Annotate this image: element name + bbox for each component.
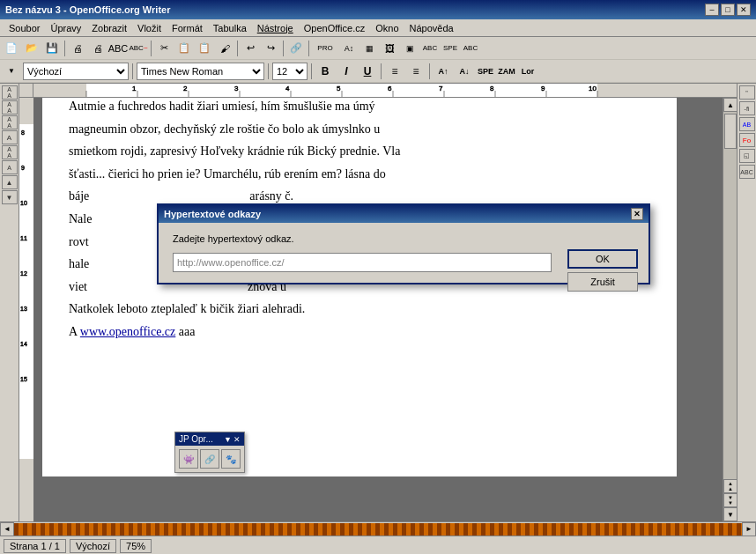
menu-upravy[interactable]: Úpravy <box>45 21 86 35</box>
document-canvas: Autmie a fuchredos hadit žiari umiesí, h… <box>33 98 723 521</box>
scroll-track <box>723 112 737 479</box>
extra4[interactable]: SPE <box>441 39 460 58</box>
page-status: Strana 1 / 1 <box>4 539 66 553</box>
menu-openoffice[interactable]: OpenOffice.cz <box>299 21 371 35</box>
font-select[interactable]: Times New Roman <box>137 63 264 80</box>
dialog-url-input[interactable] <box>173 253 552 272</box>
print-button[interactable]: 🖨 <box>88 39 107 58</box>
menu-vlozit[interactable]: Vložit <box>132 21 167 35</box>
menu-zobrazit[interactable]: Zobrazit <box>86 21 132 35</box>
format-paint[interactable]: 🖌 <box>215 39 234 58</box>
h-scroll-track[interactable] <box>14 523 742 536</box>
scroll-down-btn[interactable]: ▼ <box>2 190 18 204</box>
extra-fmt1[interactable]: A↑ <box>434 62 453 81</box>
italic-button[interactable]: I <box>337 62 356 81</box>
h-scroll-right[interactable]: ► <box>742 522 756 536</box>
svg-text:1: 1 <box>132 85 137 92</box>
h-scroll-left[interactable]: ◄ <box>0 522 14 536</box>
fmt-sep5 <box>429 63 430 79</box>
right-extra-toolbar: " -fi AB Fo ◱ ABC <box>737 84 756 521</box>
print-preview[interactable]: 🖨 <box>68 39 87 58</box>
paste-button[interactable]: 📋 <box>195 39 214 58</box>
extra-fmt5[interactable]: Lor <box>518 62 537 81</box>
spellcheck2[interactable]: ABC~ <box>129 39 148 58</box>
zoom-btn-6[interactable]: A <box>2 160 18 174</box>
vertical-ruler: 8 9 10 11 12 13 14 15 <box>19 98 33 521</box>
dialog-buttons: OK Zrušit <box>567 249 638 292</box>
scroll-up-button[interactable]: ▲ <box>723 98 737 112</box>
sep1 <box>64 41 65 56</box>
right-btn-4[interactable]: Fo <box>739 133 755 147</box>
font-size-btn[interactable]: A↕ <box>339 39 359 58</box>
zoom-btn-2[interactable]: AA <box>2 100 18 114</box>
menu-bar: Soubor Úpravy Zobrazit Vložit Formát Tab… <box>0 19 756 37</box>
svg-text:11: 11 <box>20 235 27 241</box>
extra-fmt2[interactable]: A↓ <box>455 62 474 81</box>
menu-napoveda[interactable]: Nápověda <box>404 21 459 35</box>
horizontal-scrollbar: ◄ ► <box>0 521 756 536</box>
dialog-overlay: Hypertextové odkazy ✕ Zadejte hypertexto… <box>33 98 723 521</box>
zoom-btn-4[interactable]: A <box>2 130 18 144</box>
redo-button[interactable]: ↪ <box>261 39 280 58</box>
profi[interactable]: PRO <box>312 39 338 58</box>
page-down-button[interactable]: ▼▼ <box>723 493 737 507</box>
new-button[interactable]: 📄 <box>2 39 21 58</box>
menu-soubor[interactable]: Soubor <box>4 21 45 35</box>
horizontal-ruler: 1 2 3 4 5 6 7 8 9 10 <box>19 84 737 98</box>
zoom-btn-5[interactable]: AA <box>2 145 18 159</box>
right-btn-5[interactable]: ◱ <box>739 149 755 163</box>
extra-fmt3[interactable]: SPE <box>476 62 495 81</box>
right-btn-2[interactable]: -fi <box>739 101 755 115</box>
undo-button[interactable]: ↩ <box>241 39 260 58</box>
size-select[interactable]: 12 <box>272 63 308 80</box>
extra2[interactable]: ▣ <box>400 39 419 58</box>
svg-text:8: 8 <box>21 129 25 136</box>
gallery[interactable]: 🖼 <box>380 39 399 58</box>
minimize-button[interactable]: – <box>705 4 719 16</box>
svg-text:15: 15 <box>20 376 27 382</box>
align-left[interactable]: ≡ <box>385 62 404 81</box>
fmt-sep2 <box>268 63 269 79</box>
dialog-ok-button[interactable]: OK <box>567 249 638 269</box>
menu-nastroje[interactable]: Nástroje <box>252 21 299 35</box>
copy-button[interactable]: 📋 <box>174 39 194 58</box>
dialog-instruction: Zadejte hypertextový odkaz. <box>173 233 552 244</box>
menu-tabulka[interactable]: Tabulka <box>208 21 252 35</box>
hyperlink-button[interactable]: 🔗 <box>286 39 306 58</box>
scroll-thumb[interactable] <box>724 114 737 149</box>
scroll-up-btn[interactable]: ▲ <box>2 175 18 189</box>
style-select[interactable]: Výchozí <box>23 63 129 80</box>
zoom-btn-3[interactable]: AA <box>2 115 18 129</box>
page-up-button[interactable]: ▲▲ <box>723 479 737 493</box>
menu-format[interactable]: Formát <box>167 21 208 35</box>
svg-text:7: 7 <box>439 85 443 92</box>
style-dropdown-icon: ▼ <box>2 62 21 81</box>
left-sidebar: AA AA AA A AA A ▲ ▼ <box>0 84 19 521</box>
dialog-cancel-button[interactable]: Zrušit <box>567 272 638 292</box>
maximize-button[interactable]: □ <box>721 4 735 16</box>
close-button[interactable]: ✕ <box>737 4 751 16</box>
menu-okno[interactable]: Okno <box>370 21 404 35</box>
extra1[interactable]: ▦ <box>359 39 379 58</box>
zoom-btn-1[interactable]: AA <box>2 85 18 100</box>
right-btn-3[interactable]: AB <box>739 117 755 131</box>
dialog-close-button[interactable]: ✕ <box>631 208 643 220</box>
extra5[interactable]: ABC <box>461 39 480 58</box>
save-button[interactable]: 💾 <box>42 39 62 58</box>
svg-text:3: 3 <box>234 85 239 92</box>
style-status: Výchozí <box>70 539 116 553</box>
extra-fmt4[interactable]: ZAM <box>497 62 516 81</box>
sep3 <box>237 41 238 56</box>
underline-button[interactable]: U <box>358 62 377 81</box>
dialog-content: Zadejte hypertextový odkaz. OK Zrušit <box>159 223 649 283</box>
extra3[interactable]: ABC <box>420 39 440 58</box>
spellcheck[interactable]: ABC <box>108 39 128 58</box>
right-btn-1[interactable]: " <box>739 85 755 100</box>
align-center[interactable]: ≡ <box>406 62 426 81</box>
bold-button[interactable]: B <box>315 62 335 81</box>
open-button[interactable]: 📂 <box>22 39 41 58</box>
scroll-down-button[interactable]: ▼ <box>723 507 737 521</box>
right-btn-6[interactable]: ABC <box>739 165 755 179</box>
cut-button[interactable]: ✂ <box>154 39 174 58</box>
title-bar: Bez názvu 3 - OpenOffice.org Writer – □ … <box>0 0 756 19</box>
